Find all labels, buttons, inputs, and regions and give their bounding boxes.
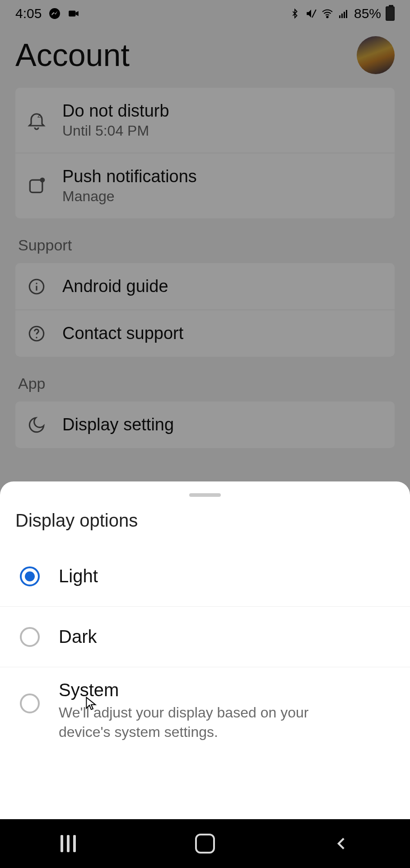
mouse-cursor	[84, 696, 98, 711]
nav-back-button[interactable]	[328, 830, 355, 857]
option-dark[interactable]: Dark	[0, 607, 410, 667]
sheet-title: Display options	[0, 509, 410, 546]
option-system[interactable]: System We'll adjust your display based o…	[0, 667, 410, 762]
android-nav-bar	[0, 819, 410, 868]
option-light[interactable]: Light	[0, 546, 410, 607]
option-light-label: Light	[59, 566, 98, 586]
option-system-label: System	[59, 680, 348, 700]
radio-system[interactable]	[20, 693, 40, 713]
option-system-desc: We'll adjust your display based on your …	[59, 703, 348, 742]
nav-home-button[interactable]	[191, 830, 219, 857]
sheet-drag-handle[interactable]	[189, 493, 221, 497]
radio-light[interactable]	[20, 566, 40, 586]
radio-dark[interactable]	[20, 627, 40, 647]
nav-recents-button[interactable]	[55, 830, 82, 857]
option-dark-label: Dark	[59, 627, 97, 647]
display-options-sheet: Display options Light Dark System We'll …	[0, 481, 410, 819]
